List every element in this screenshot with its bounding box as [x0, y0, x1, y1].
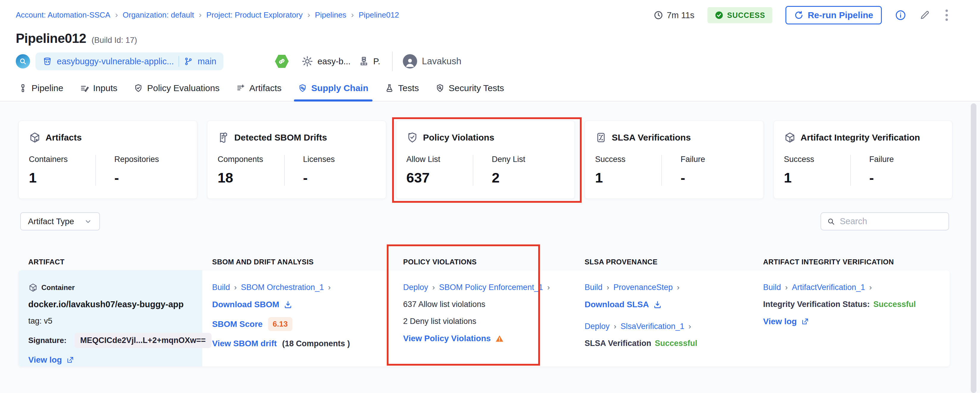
card-title-label: Detected SBOM Drifts	[234, 133, 327, 142]
tab-security-tests[interactable]: Security Tests	[436, 83, 504, 101]
search-input[interactable]	[840, 216, 942, 226]
chevron-separator-icon: ›	[689, 322, 691, 331]
chevron-down-icon	[84, 217, 92, 226]
stat-value: 1	[595, 169, 661, 186]
execution-context-label: easy-b...	[317, 57, 350, 66]
shield-check-icon	[406, 132, 418, 144]
artifact-table-row: Container docker.io/lavakush07/easy-bugg…	[18, 270, 950, 366]
stage-link[interactable]: Build	[585, 283, 603, 292]
tab-tests[interactable]: Tests	[385, 83, 419, 101]
refresh-icon	[794, 10, 803, 20]
repository-icon	[43, 57, 52, 66]
breadcrumb-pipeline012[interactable]: Pipeline012	[358, 10, 399, 20]
stat-label: Failure	[869, 155, 942, 164]
edit-pipeline-button[interactable]	[919, 10, 930, 21]
breadcrumb-organization[interactable]: Organization: default	[123, 10, 194, 20]
top-bar: Account: Automation-SSCA › Organization:…	[0, 0, 980, 102]
step-link[interactable]: ProvenanceStep	[614, 283, 673, 292]
step-link[interactable]: ArtifactVerification_1	[792, 283, 865, 292]
external-link-icon	[66, 356, 75, 364]
trigger-avatar	[16, 54, 30, 69]
view-policy-violations-link[interactable]: View Policy Violations	[403, 334, 504, 343]
execution-meta-row: easybuggy-vulnerable-applic... main easy…	[16, 53, 461, 70]
more-options-button[interactable]	[943, 8, 950, 22]
list-plus-icon	[236, 84, 245, 93]
tab-artifacts[interactable]: Artifacts	[236, 83, 282, 101]
integrity-status-value: Successful	[873, 300, 916, 309]
artifact-type-select[interactable]: Artifact Type	[20, 212, 100, 230]
view-log-link[interactable]: View log	[763, 317, 809, 326]
info-button[interactable]	[895, 10, 906, 21]
download-slsa-link[interactable]: Download SLSA	[585, 300, 662, 309]
view-log-link[interactable]: View log	[28, 355, 75, 365]
info-icon	[895, 10, 906, 21]
vertical-scrollbar[interactable]	[971, 103, 977, 393]
sbom-cell: Build › SBOM Orchestration_1 › Download …	[202, 270, 393, 366]
shield-search-icon	[436, 84, 444, 93]
view-log-label: View log	[28, 355, 62, 365]
tab-pipeline[interactable]: Pipeline	[18, 83, 64, 101]
card-title-label: Artifact Integrity Verification	[800, 133, 920, 142]
page: Account: Automation-SSCA › Organization:…	[0, 0, 980, 393]
step-link[interactable]: SlsaVerification_1	[620, 322, 684, 331]
tab-supply-chain[interactable]: Supply Chain	[298, 83, 368, 101]
branch-link[interactable]: main	[197, 57, 216, 66]
meta-divider	[392, 51, 393, 71]
card-policy-violations: Policy Violations Allow List637 Deny Lis…	[396, 121, 575, 199]
cube-icon	[29, 132, 41, 144]
stat-label: Failure	[680, 155, 753, 164]
chevron-separator-icon: ›	[307, 10, 310, 20]
chevron-separator-icon: ›	[785, 283, 788, 292]
user-avatar	[403, 54, 417, 69]
sbom-score-link[interactable]: SBOM Score	[212, 320, 263, 329]
sbom-score-label: SBOM Score	[212, 320, 263, 329]
card-artifacts: Artifacts Containers1 Repositories-	[18, 121, 197, 199]
build-id-label: (Build Id: 17)	[92, 36, 137, 45]
card-title-label: Policy Violations	[423, 133, 495, 142]
signature-value: MEQCICde2Vjl...L+2+mqnOXw==	[75, 333, 212, 348]
breadcrumb-pipelines[interactable]: Pipelines	[315, 10, 347, 20]
card-title-label: SLSA Verifications	[612, 133, 691, 142]
rerun-pipeline-button[interactable]: Re-run Pipeline	[786, 6, 882, 24]
stat-label: Success	[595, 155, 661, 164]
download-sbom-link[interactable]: Download SBOM	[212, 300, 293, 309]
column-header-slsa: SLSA PROVENANCE	[575, 258, 753, 266]
tab-label: Supply Chain	[311, 83, 368, 93]
breadcrumb-project[interactable]: Project: Product Exploratory	[207, 10, 303, 20]
execution-duration: 7m 11s	[654, 10, 694, 20]
stage-link[interactable]: Build	[212, 283, 230, 292]
table-header-row: ARTIFACT SBOM AND DRIFT ANALYSIS POLICY …	[18, 258, 950, 266]
view-sbom-drift-link[interactable]: View SBOM drift	[212, 339, 277, 348]
chevron-separator-icon: ›	[677, 283, 679, 292]
chevron-separator-icon: ›	[234, 283, 237, 292]
chevron-separator-icon: ›	[328, 283, 331, 292]
step-link[interactable]: SBOM Policy Enforcement_1	[439, 283, 543, 292]
breadcrumb-account[interactable]: Account: Automation-SSCA	[16, 10, 110, 20]
repo-link[interactable]: easybuggy-vulnerable-applic...	[57, 57, 174, 66]
chevron-separator-icon: ›	[115, 10, 118, 20]
tab-inputs[interactable]: Inputs	[80, 83, 118, 101]
chevron-separator-icon: ›	[432, 283, 435, 292]
chevron-separator-icon: ›	[869, 283, 872, 292]
stage-link[interactable]: Deploy	[403, 283, 428, 292]
summary-cards: Artifacts Containers1 Repositories- Dete…	[18, 121, 952, 199]
chevron-separator-icon: ›	[607, 283, 609, 292]
tab-label: Artifacts	[249, 83, 282, 93]
pipeline-title-row: Pipeline012 (Build Id: 17)	[16, 31, 137, 46]
sbom-document-icon	[218, 132, 229, 144]
tab-policy-evaluations[interactable]: Policy Evaluations	[134, 83, 219, 101]
chevron-separator-icon: ›	[199, 10, 201, 20]
stage-link[interactable]: Deploy	[585, 322, 609, 331]
stat-value: -	[680, 169, 753, 186]
stat-value: 2	[492, 169, 565, 186]
status-badge: SUCCESS	[708, 7, 772, 23]
slsa-verification-label: SLSA Verification	[585, 339, 651, 348]
artifact-tag: tag: v5	[28, 316, 52, 326]
chevron-separator-icon: ›	[614, 322, 616, 331]
stage-link[interactable]: Build	[763, 283, 781, 292]
stat-value: 637	[406, 169, 473, 186]
card-slsa-verifications: SLSA Verifications Success1 Failure-	[585, 121, 764, 199]
flask-icon	[385, 84, 394, 93]
pencil-icon	[919, 10, 930, 21]
step-link[interactable]: SBOM Orchestration_1	[241, 283, 324, 292]
